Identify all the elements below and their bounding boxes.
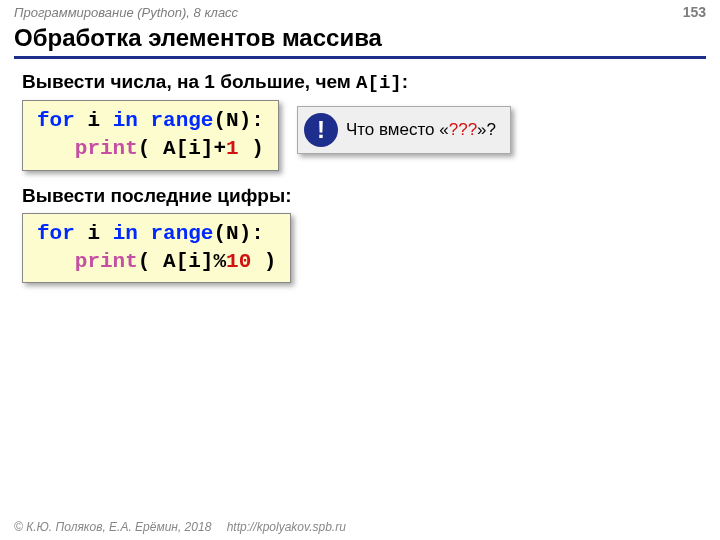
tok-one: 1 — [226, 137, 239, 160]
kw-for: for — [37, 109, 75, 132]
code-block-1: for i in range(N): print( A[i]+1 ) — [22, 100, 279, 171]
task-2: Вывести последние цифры: — [22, 185, 698, 207]
tok-i: i — [75, 109, 113, 132]
page-number: 153 — [683, 4, 706, 20]
kw-print-2: print — [75, 250, 138, 273]
tok-lparen: ( A[i]+ — [138, 137, 226, 160]
tok-ten: 10 — [226, 250, 251, 273]
tok-args-2: (N): — [213, 222, 263, 245]
tok-lparen-2: ( A[i]% — [138, 250, 226, 273]
callout-after: »? — [477, 120, 496, 139]
kw-range: range — [138, 109, 214, 132]
code-block-2: for i in range(N): print( A[i]%10 ) — [22, 213, 291, 284]
header-bar: Программирование (Python), 8 класс 153 — [0, 0, 720, 22]
tok-args: (N): — [213, 109, 263, 132]
content-area: Вывести числа, на 1 большие, чем A[i]: f… — [0, 59, 720, 283]
kw-in-2: in — [113, 222, 138, 245]
kw-for-2: for — [37, 222, 75, 245]
footer-link: http://kpolyakov.spb.ru — [227, 520, 346, 534]
task-1: Вывести числа, на 1 большие, чем A[i]: — [22, 71, 698, 94]
tok-indent-2 — [37, 250, 75, 273]
row-1: for i in range(N): print( A[i]+1 ) ! Что… — [22, 100, 698, 171]
kw-range-2: range — [138, 222, 214, 245]
kw-print: print — [75, 137, 138, 160]
page-title: Обработка элементов массива — [14, 24, 706, 59]
task-1-var: A[i] — [356, 72, 402, 94]
callout-before: Что вместо « — [346, 120, 449, 139]
kw-in: in — [113, 109, 138, 132]
course-label: Программирование (Python), 8 класс — [14, 5, 238, 20]
callout-q: ??? — [449, 120, 477, 139]
tok-rparen-2: ) — [251, 250, 276, 273]
callout: ! Что вместо «???»? — [297, 106, 511, 154]
tok-indent — [37, 137, 75, 160]
tok-i-2: i — [75, 222, 113, 245]
exclamation-icon: ! — [304, 113, 338, 147]
task-1-suffix: : — [402, 71, 408, 92]
copyright: © К.Ю. Поляков, Е.А. Ерёмин, 2018 — [14, 520, 211, 534]
tok-rparen: ) — [239, 137, 264, 160]
footer: © К.Ю. Поляков, Е.А. Ерёмин, 2018 http:/… — [14, 520, 346, 534]
task-1-prefix: Вывести числа, на 1 большие, чем — [22, 71, 356, 92]
callout-text: Что вместо «???»? — [346, 120, 496, 140]
